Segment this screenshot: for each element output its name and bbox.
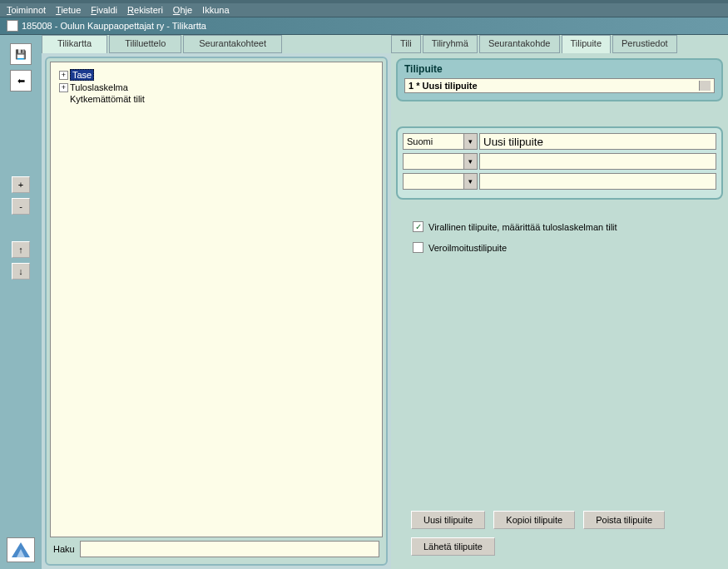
menu-bar: Toiminnot Tietue Fivaldi Rekisteri Ohje … [0,3,728,17]
desc-input-3[interactable] [479,173,716,190]
account-tree[interactable]: + Tase + Tuloslaskelma Kytkemättömät til… [50,62,383,537]
right-tabs: Tili Tiliryhmä Seurantakohde Tilipuite P… [391,35,728,53]
poista-tilipuite-button[interactable]: Poista tilipuite [583,511,665,529]
language-combo-3[interactable]: ▾ [403,173,478,190]
chevron-icon[interactable] [699,81,711,91]
tab-seurantakohde[interactable]: Seurantakohde [479,35,560,53]
tree-label: Tase [70,69,94,81]
uusi-tilipuite-button[interactable]: Uusi tilipuite [411,511,485,529]
window-title: 185008 - Oulun Kauppaopettajat ry - Tili… [22,21,206,31]
save-button[interactable]: 💾 [10,43,32,65]
desc-input[interactable] [479,133,716,150]
checkbox-virallinen[interactable]: ✓ [413,221,423,232]
tab-seurantakohteet[interactable]: Seurantakohteet [183,35,282,53]
search-label: Haku [53,544,75,554]
chevron-down-icon[interactable]: ▾ [463,174,477,189]
tab-tililuettelo[interactable]: Tililuettelo [109,35,181,53]
tree-label: Tuloslaskelma [70,82,128,92]
move-up-button[interactable]: ↑ [12,241,30,258]
language-combo[interactable]: Suomi ▾ [403,133,478,150]
tree-node-tase[interactable]: + Tase [59,69,379,81]
checkbox-virallinen-label: Virallinen tilipuite, määrittää tuloslas… [428,222,617,232]
panel-title: Tilipuite [404,63,715,75]
expander-icon[interactable]: + [59,83,68,92]
menu-fivaldi[interactable]: Fivaldi [91,5,117,15]
window-title-bar: 185008 - Oulun Kauppaopettajat ry - Tili… [0,17,728,35]
desc-input-2[interactable] [479,153,716,170]
menu-tietue[interactable]: Tietue [56,5,81,15]
menu-toiminnot[interactable]: Toiminnot [7,5,46,15]
tab-tilipuite[interactable]: Tilipuite [562,35,612,53]
menu-rekisteri[interactable]: Rekisteri [127,5,163,15]
kopioi-tilipuite-button[interactable]: Kopioi tilipuite [493,511,575,529]
toolbar-sidebar: 💾 ⬅ + - ↑ ↓ [0,35,42,569]
language-combo-2[interactable]: ▾ [403,153,478,170]
title-group: Tilipuite 1 * Uusi tilipuite [396,58,723,101]
left-tabs: Tilikartta Tililuettelo Seurantakohteet [42,35,391,53]
collapse-button[interactable]: - [12,198,30,215]
laheta-tilipuite-button[interactable]: Lähetä tilipuite [411,537,495,556]
expand-button[interactable]: + [12,176,30,193]
tab-tili[interactable]: Tili [391,35,421,53]
chevron-down-icon[interactable]: ▾ [463,154,477,169]
tree-node-kytkemattomat[interactable]: Kytkemättömät tilit [70,94,379,104]
menu-ikkuna[interactable]: Ikkuna [202,5,229,15]
name-field[interactable]: 1 * Uusi tilipuite [404,78,715,93]
checkbox-vero-label: Veroilmoitustilipuite [428,243,507,253]
chevron-down-icon[interactable]: ▾ [463,134,477,149]
logo-button[interactable] [7,537,35,562]
move-down-button[interactable]: ↓ [12,263,30,280]
tab-tiliryhma[interactable]: Tiliryhmä [423,35,478,53]
checkbox-vero[interactable] [413,242,423,253]
tab-tilikartta[interactable]: Tilikartta [42,35,107,53]
search-input[interactable] [80,541,379,557]
tree-label: Kytkemättömät tilit [70,94,145,104]
menu-ohje[interactable]: Ohje [173,5,192,15]
language-group: Suomi ▾ ▾ [396,126,723,200]
tab-perustiedot[interactable]: Perustiedot [612,35,677,53]
tree-node-tuloslaskelma[interactable]: + Tuloslaskelma [59,82,379,92]
expander-icon[interactable]: + [59,71,68,80]
window-icon [7,20,18,32]
back-button[interactable]: ⬅ [10,70,32,92]
